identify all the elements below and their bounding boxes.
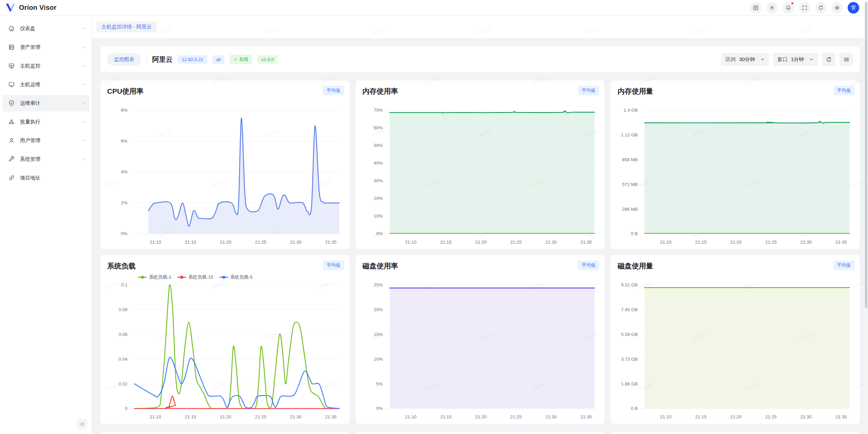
window-select[interactable]: 窗口 1分钟 bbox=[773, 53, 818, 66]
svg-text:21:30: 21:30 bbox=[545, 240, 557, 245]
fullscreen-button[interactable] bbox=[799, 2, 810, 14]
svg-text:1.12 GB: 1.12 GB bbox=[621, 132, 638, 137]
svg-text:21:10: 21:10 bbox=[150, 414, 161, 419]
svg-text:0.06: 0.06 bbox=[119, 332, 127, 337]
svg-text:3.73 GB: 3.73 GB bbox=[621, 357, 638, 362]
svg-text:21:15: 21:15 bbox=[185, 414, 196, 419]
sidebar-item-label: 运维审计 bbox=[20, 100, 81, 107]
sidebar-item-label: 主机运维 bbox=[20, 81, 81, 88]
chevron-down-icon bbox=[81, 138, 86, 143]
svg-text:21:30: 21:30 bbox=[545, 414, 557, 419]
sidebar-item-label: 项目地址 bbox=[20, 175, 86, 181]
code-button[interactable] bbox=[750, 2, 762, 14]
tab-monitor-charts[interactable]: 监控图表 bbox=[107, 53, 141, 66]
svg-text:21:15: 21:15 bbox=[185, 240, 196, 245]
refresh-charts-button[interactable] bbox=[822, 53, 835, 66]
sidebar-item-audit-shield[interactable]: 运维审计 bbox=[3, 95, 89, 111]
chart-card-system-load: 系统负载平均值系统负载-1系统负载-15系统负载-500.020.040.060… bbox=[100, 255, 350, 424]
svg-text:21:35: 21:35 bbox=[325, 240, 337, 245]
sidebar-item-link[interactable]: 项目地址 bbox=[3, 170, 89, 186]
chart-controls-group: 区间 30分钟 窗口 1分钟 bbox=[721, 53, 853, 66]
chart-menu-button[interactable] bbox=[840, 53, 853, 66]
sidebar-item-batch-exec[interactable]: 批量执行 bbox=[3, 114, 89, 130]
sidebar-item-host-monitor[interactable]: 主机监控 bbox=[3, 58, 89, 74]
divider bbox=[146, 55, 147, 64]
hamburger-menu-icon bbox=[843, 56, 850, 63]
sidebar-item-assets[interactable]: 资产管理 bbox=[3, 39, 89, 55]
svg-text:15%: 15% bbox=[374, 332, 383, 337]
host-tag-badge: ali bbox=[213, 55, 225, 64]
brand-title: Orion Visor bbox=[19, 4, 57, 12]
svg-text:0: 0 bbox=[125, 406, 128, 411]
svg-text:4%: 4% bbox=[121, 170, 128, 175]
svg-text:0%: 0% bbox=[376, 231, 383, 237]
svg-text:21:15: 21:15 bbox=[440, 414, 452, 419]
svg-text:21:30: 21:30 bbox=[290, 240, 301, 245]
chart-plot: 0%2%4%6%8%21:1021:1521:2021:2521:3021:35 bbox=[100, 80, 350, 249]
svg-text:21:35: 21:35 bbox=[835, 240, 847, 245]
svg-text:0%: 0% bbox=[121, 231, 128, 237]
svg-text:21:10: 21:10 bbox=[405, 240, 416, 245]
svg-text:10%: 10% bbox=[374, 214, 383, 219]
svg-text:21:20: 21:20 bbox=[475, 240, 487, 245]
svg-text:21:20: 21:20 bbox=[730, 240, 742, 245]
svg-text:0 B: 0 B bbox=[631, 406, 638, 411]
theme-brightness-icon bbox=[769, 5, 775, 11]
svg-text:0 B: 0 B bbox=[631, 231, 638, 237]
svg-text:60%: 60% bbox=[374, 126, 383, 131]
notification-bell-button[interactable] bbox=[783, 2, 794, 14]
sidebar-item-label: 主机监控 bbox=[20, 63, 81, 69]
reload-button[interactable] bbox=[815, 2, 827, 14]
svg-text:21:10: 21:10 bbox=[660, 240, 672, 245]
menu-fold-icon bbox=[79, 421, 85, 427]
sidebar-item-dashboard[interactable]: 仪表盘 bbox=[3, 20, 89, 37]
sidebar-item-system-wrench[interactable]: 系统管理 bbox=[3, 151, 89, 167]
svg-text:5%: 5% bbox=[376, 381, 383, 386]
page-scrollbar bbox=[865, 0, 868, 434]
chevron-down-icon bbox=[81, 119, 86, 124]
chart-plot: 0 B286 MB572 MB858 MB1.12 GB1.4 GB21:102… bbox=[611, 80, 860, 249]
svg-text:21:35: 21:35 bbox=[580, 414, 592, 419]
svg-text:50%: 50% bbox=[374, 143, 383, 148]
svg-text:21:10: 21:10 bbox=[150, 240, 161, 245]
user-avatar[interactable]: 管 bbox=[848, 2, 859, 14]
svg-text:2%: 2% bbox=[121, 201, 128, 206]
svg-text:21:20: 21:20 bbox=[220, 414, 231, 419]
brand: Orion Visor bbox=[5, 3, 57, 12]
theme-brightness-button[interactable] bbox=[766, 2, 778, 14]
svg-text:21:25: 21:25 bbox=[765, 414, 777, 419]
host-name: 阿里云 bbox=[152, 55, 173, 64]
check-icon: ✓ bbox=[234, 57, 237, 62]
svg-text:0.04: 0.04 bbox=[119, 357, 128, 362]
scrollbar-thumb[interactable] bbox=[865, 2, 867, 308]
chart-plot: 00.020.040.060.080.121:1021:1521:2021:25… bbox=[100, 255, 350, 424]
breadcrumb[interactable]: 主机监控详情 - 阿里云 bbox=[96, 21, 157, 33]
svg-text:0.02: 0.02 bbox=[119, 381, 127, 386]
charts-grid: CPU使用率平均值0%2%4%6%8%21:1021:1521:2021:252… bbox=[100, 80, 860, 424]
sidebar-item-host-ops[interactable]: 主机运维 bbox=[3, 76, 89, 93]
chart-card-memory-usage-amount: 内存使用量平均值0 B286 MB572 MB858 MB1.12 GB1.4 … bbox=[611, 80, 860, 249]
settings-gear-button[interactable] bbox=[831, 2, 843, 14]
chevron-down-icon bbox=[81, 157, 86, 162]
sidebar-item-label: 批量执行 bbox=[20, 119, 81, 125]
svg-text:10%: 10% bbox=[374, 357, 383, 362]
chart-card-disk-usage-amount: 磁盘使用量平均值0 B1.86 GB3.73 GB5.59 GB7.45 GB9… bbox=[611, 255, 860, 424]
sidebar-item-label: 用户管理 bbox=[20, 137, 81, 144]
svg-text:6%: 6% bbox=[121, 139, 128, 144]
assets-icon bbox=[8, 44, 15, 51]
svg-text:25%: 25% bbox=[374, 283, 383, 288]
system-wrench-icon bbox=[8, 156, 15, 163]
svg-text:21:15: 21:15 bbox=[695, 240, 707, 245]
sidebar-item-user[interactable]: 用户管理 bbox=[3, 132, 89, 149]
svg-text:21:20: 21:20 bbox=[475, 414, 487, 419]
svg-text:858 MB: 858 MB bbox=[622, 157, 638, 162]
interval-select[interactable]: 区间 30分钟 bbox=[721, 53, 769, 66]
chevron-down-icon bbox=[81, 45, 86, 50]
sidebar-collapse-button[interactable] bbox=[77, 419, 87, 429]
chevron-down-icon bbox=[81, 82, 86, 87]
dashboard-icon bbox=[8, 25, 15, 32]
chart-plot: 0%5%10%15%20%25%21:1021:1521:2021:2521:3… bbox=[356, 255, 605, 424]
chevron-down-icon bbox=[809, 57, 813, 61]
user-icon bbox=[8, 137, 15, 144]
reload-icon bbox=[818, 5, 824, 11]
